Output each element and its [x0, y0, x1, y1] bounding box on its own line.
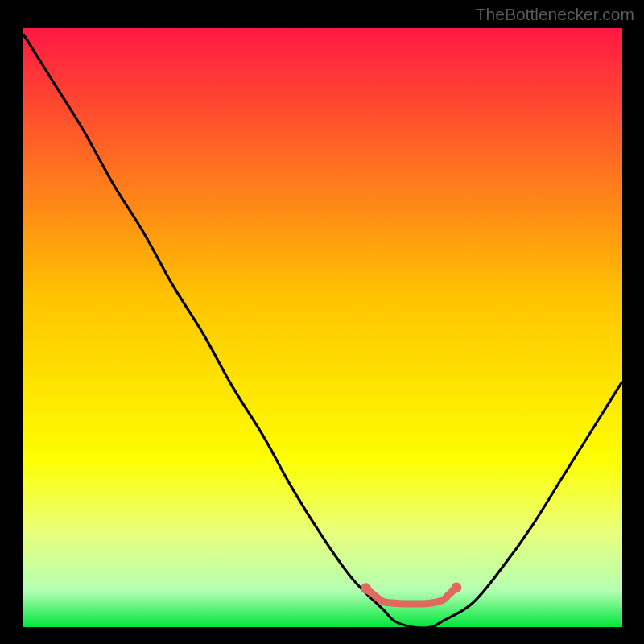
chart-plot-area [23, 28, 622, 627]
bottleneck-curve [23, 34, 622, 627]
highlight-segment [365, 589, 455, 604]
highlight-dot [451, 582, 461, 592]
highlight-dots [361, 582, 461, 593]
curve-overlay [23, 28, 622, 627]
highlight-dot [361, 583, 371, 593]
watermark-text: TheBottlenecker.com [476, 5, 634, 24]
